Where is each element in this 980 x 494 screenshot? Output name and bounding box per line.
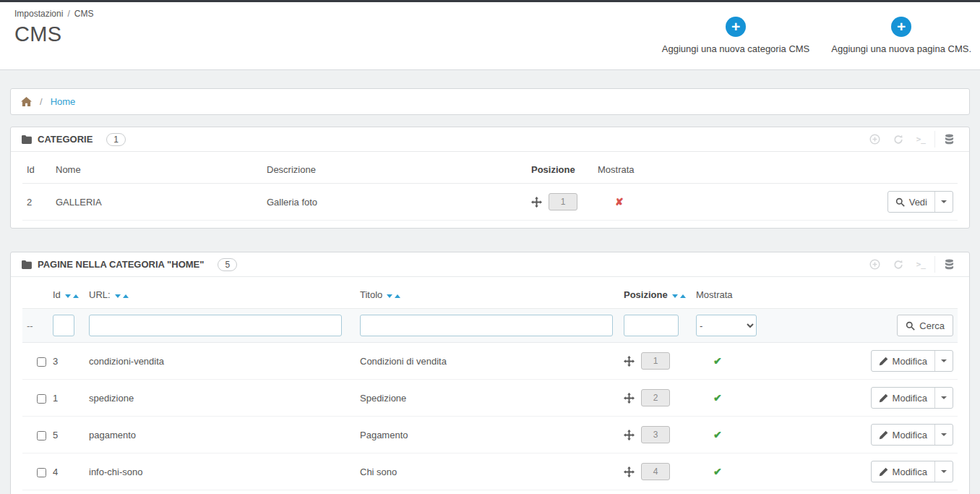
position-input bbox=[549, 193, 577, 210]
content-area: / Home CATEGORIE 1 >_ bbox=[0, 70, 980, 494]
sort-asc-icon[interactable] bbox=[395, 294, 400, 298]
edit-button[interactable]: Modifica bbox=[872, 461, 934, 482]
add-category-label: Aggiungi una nuova categoria CMS bbox=[662, 43, 810, 54]
breadcrumb-separator: / bbox=[67, 9, 69, 19]
position-input bbox=[641, 352, 670, 370]
shown-filter-select[interactable]: - bbox=[696, 315, 757, 336]
category-id: 2 bbox=[22, 184, 51, 221]
categories-header-row: Id Nome Descrizione Posizione Mostrata bbox=[22, 155, 958, 184]
terminal-icon[interactable]: >_ bbox=[910, 257, 932, 272]
col-title: Titolo bbox=[356, 280, 619, 309]
edit-button[interactable]: Modifica bbox=[872, 425, 934, 445]
folder-icon bbox=[21, 135, 32, 144]
row-checkbox[interactable] bbox=[37, 468, 46, 477]
sort-asc-icon[interactable] bbox=[73, 294, 79, 298]
col-id: Id bbox=[22, 155, 51, 184]
add-icon[interactable] bbox=[863, 256, 887, 273]
caret-down-icon bbox=[941, 359, 947, 362]
sql-manager-icon[interactable] bbox=[934, 131, 960, 148]
view-dropdown-toggle[interactable] bbox=[934, 192, 953, 212]
page-id: 5 bbox=[48, 417, 85, 453]
page-id: 1 bbox=[48, 380, 85, 417]
col-description: Descrizione bbox=[262, 155, 527, 184]
categories-title-text: CATEGORIE bbox=[38, 134, 93, 145]
drag-handle-icon[interactable] bbox=[624, 467, 635, 477]
refresh-icon[interactable] bbox=[887, 257, 910, 273]
page-url: pagamento bbox=[85, 417, 356, 453]
category-name: GALLERIA bbox=[51, 184, 262, 221]
sort-desc-icon[interactable] bbox=[672, 294, 678, 298]
filter-url-input[interactable] bbox=[89, 315, 342, 336]
col-id: Id bbox=[48, 280, 85, 309]
caret-down-icon bbox=[941, 396, 947, 399]
page-url: note-legali bbox=[85, 490, 356, 494]
pages-panel-body: Id URL: Titolo Posizione Mostrata -- bbox=[11, 277, 969, 494]
status-icon: ✔ bbox=[713, 429, 722, 440]
edit-button[interactable]: Modifica bbox=[872, 351, 934, 371]
pages-panel: PAGINE NELLA CATEGORIA "HOME" 5 >_ bbox=[10, 252, 970, 494]
view-button[interactable]: Vedi bbox=[888, 192, 934, 212]
filter-id-input[interactable] bbox=[53, 315, 74, 336]
edit-button-group: Modifica bbox=[871, 461, 953, 482]
sort-asc-icon[interactable] bbox=[123, 294, 129, 298]
sort-title[interactable] bbox=[387, 294, 400, 298]
pencil-icon bbox=[879, 357, 888, 366]
page-row: 4 info-chi-sono Chi sono ✔ Modifica bbox=[22, 453, 958, 490]
sort-desc-icon[interactable] bbox=[65, 294, 71, 298]
drag-handle-icon[interactable] bbox=[531, 197, 542, 208]
page-title-cell: Spedizione bbox=[356, 380, 619, 417]
add-category-button[interactable]: + Aggiungi una nuova categoria CMS bbox=[658, 17, 814, 54]
drag-handle-icon[interactable] bbox=[624, 356, 635, 367]
edit-dropdown-toggle[interactable] bbox=[934, 351, 953, 371]
sort-position[interactable] bbox=[672, 294, 686, 298]
home-icon[interactable] bbox=[21, 97, 32, 107]
edit-button-group: Modifica bbox=[871, 387, 953, 409]
breadcrumb-parent-link[interactable]: Impostazioni bbox=[14, 9, 63, 19]
add-page-label: Aggiungi una nuova pagina CMS. bbox=[831, 43, 971, 54]
page-title-cell: Pagamento bbox=[356, 417, 619, 453]
sort-asc-icon[interactable] bbox=[680, 294, 686, 298]
edit-button[interactable]: Modifica bbox=[872, 388, 934, 408]
sort-desc-icon[interactable] bbox=[387, 294, 392, 298]
nav-home-link[interactable]: Home bbox=[51, 96, 76, 107]
filter-position-input[interactable] bbox=[624, 315, 679, 336]
status-icon: ✘ bbox=[615, 196, 624, 208]
edit-button-label: Modifica bbox=[893, 430, 927, 440]
page-url: spedizione bbox=[85, 380, 356, 417]
row-checkbox[interactable] bbox=[37, 431, 46, 440]
caret-down-icon bbox=[941, 470, 947, 473]
sort-url[interactable] bbox=[115, 294, 129, 298]
terminal-icon[interactable]: >_ bbox=[910, 132, 932, 147]
sort-id[interactable] bbox=[65, 294, 79, 298]
edit-button-group: Modifica bbox=[871, 424, 953, 446]
view-button-label: Vedi bbox=[909, 197, 927, 208]
pages-title-text: PAGINE NELLA CATEGORIA "HOME" bbox=[38, 259, 204, 270]
sort-desc-icon[interactable] bbox=[115, 294, 121, 298]
col-actions bbox=[775, 280, 958, 309]
edit-dropdown-toggle[interactable] bbox=[934, 461, 953, 482]
col-position: Posizione bbox=[527, 155, 593, 184]
status-icon: ✔ bbox=[713, 355, 722, 367]
add-page-button[interactable]: + Aggiungi una nuova pagina CMS. bbox=[827, 17, 976, 54]
add-icon[interactable] bbox=[863, 131, 887, 148]
pages-table: Id URL: Titolo Posizione Mostrata -- bbox=[22, 280, 958, 494]
pages-count-badge: 5 bbox=[218, 258, 237, 271]
categories-panel: CATEGORIE 1 >_ Id bbox=[10, 127, 970, 229]
filter-title-input[interactable] bbox=[360, 315, 613, 336]
plus-circle-icon: + bbox=[726, 17, 746, 37]
page-url: condizioni-vendita bbox=[85, 343, 356, 380]
drag-handle-icon[interactable] bbox=[624, 393, 635, 404]
categories-table: Id Nome Descrizione Posizione Mostrata 2… bbox=[22, 155, 958, 221]
page-title-cell: Note legali bbox=[356, 490, 619, 494]
edit-dropdown-toggle[interactable] bbox=[934, 425, 953, 445]
row-checkbox[interactable] bbox=[37, 394, 46, 404]
col-shown: Mostrata bbox=[593, 155, 825, 184]
page-row: 3 condizioni-vendita Condizioni di vendi… bbox=[22, 343, 958, 380]
sql-manager-icon[interactable] bbox=[934, 256, 960, 273]
search-button[interactable]: Cerca bbox=[897, 315, 953, 336]
edit-dropdown-toggle[interactable] bbox=[934, 388, 953, 408]
row-checkbox[interactable] bbox=[37, 357, 46, 367]
edit-button-label: Modifica bbox=[893, 467, 927, 477]
refresh-icon[interactable] bbox=[887, 132, 910, 148]
drag-handle-icon[interactable] bbox=[624, 430, 635, 440]
